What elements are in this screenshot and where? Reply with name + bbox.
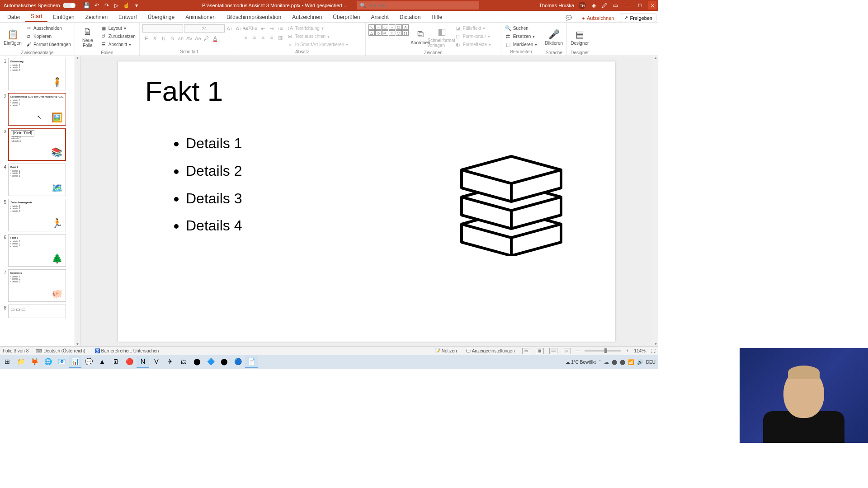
powerpoint-icon[interactable]: 📊 <box>69 356 81 368</box>
tab-bildschirmpraesentation[interactable]: Bildschirmpräsentation <box>221 12 287 22</box>
thumbnail-item[interactable]: 5Zwischenergenis• details 1• details 2• … <box>1 199 74 231</box>
thumbnail-item[interactable]: 8▭ ▭ ▭ <box>1 305 74 318</box>
app-icon-2[interactable]: 🗓 <box>109 356 122 368</box>
share-button[interactable]: ↗ Freigeben <box>620 14 656 22</box>
network-icon[interactable]: 📶 <box>628 359 634 365</box>
font-color-button[interactable]: A <box>211 34 219 42</box>
increase-indent-button[interactable]: ⇥ <box>268 24 276 33</box>
scroll-up-icon[interactable]: ▲ <box>654 56 658 60</box>
thumbnail-slide[interactable]: Fakt 3• details 1• details 2• details 3🌲 <box>8 234 66 267</box>
effects-button[interactable]: ◐Formeffekte ▾ <box>454 41 492 48</box>
slideshow-view-button[interactable]: ▷ <box>563 348 571 354</box>
input-language[interactable]: DEU <box>646 360 656 365</box>
justify-button[interactable]: ≡ <box>268 33 276 42</box>
app-icon-8[interactable]: 📄 <box>245 356 258 368</box>
thumbnail-item[interactable]: 7Ergebnis• details 1• details 2• details… <box>1 269 74 302</box>
display-settings-button[interactable]: 🖵 Anzeigeeinstellungen <box>464 348 517 353</box>
reset-button[interactable]: ↺Zurücksetzen <box>99 33 137 40</box>
maximize-button[interactable]: ☐ <box>636 1 644 9</box>
vlc-icon[interactable]: ▲ <box>96 356 108 368</box>
books-icon[interactable] <box>453 152 570 256</box>
align-left-button[interactable]: ≡ <box>242 33 250 42</box>
tray-icon-1[interactable]: ⬤ <box>612 359 617 365</box>
user-name[interactable]: Thomas Hruska <box>539 3 574 8</box>
shape-rect[interactable]: ▭ <box>382 24 388 30</box>
thumbnail-item[interactable]: 4Fakt 2• details 1• details 2• details 3… <box>1 164 74 196</box>
decrease-indent-button[interactable]: ⇤ <box>259 24 267 33</box>
reading-view-button[interactable]: 📖 <box>549 348 557 354</box>
obs-icon[interactable]: ⬤ <box>191 356 203 368</box>
thumbnail-slide[interactable]: Fakt 1• details 1• details 2• details 3📚… <box>8 128 66 161</box>
spacing-button[interactable]: AV <box>185 34 193 42</box>
dictate-button[interactable]: 🎤Diktieren <box>544 24 564 50</box>
smartart-button[interactable]: ⬨In SmartArt konvertieren ▾ <box>286 41 349 48</box>
notes-button[interactable]: 📝 Notizen <box>433 348 459 353</box>
outline-button[interactable]: ◻Formkontur ▾ <box>454 33 492 40</box>
ribbon-display-icon[interactable]: ▭ <box>612 2 618 9</box>
shapes-gallery[interactable]: ＼ → ▭ ○ ▢ A △ ◇ ⇨ ☆ ⬡ { } <box>368 24 409 36</box>
shape-textbox[interactable]: A <box>402 24 409 30</box>
zoom-in-button[interactable]: + <box>626 348 629 353</box>
shape-arrow[interactable]: → <box>375 24 382 30</box>
tab-ueberpruefen[interactable]: Überprüfen <box>327 12 365 22</box>
tab-entwurf[interactable]: Entwurf <box>113 12 142 22</box>
shadow-button[interactable]: ab <box>177 34 185 42</box>
redo-icon[interactable]: ↷ <box>104 2 110 9</box>
fit-to-window-button[interactable]: ⛶ <box>651 348 656 353</box>
app-icon-5[interactable]: 🔷 <box>204 356 217 368</box>
firefox-icon[interactable]: 🦊 <box>28 356 41 368</box>
weather-widget[interactable]: ☁ 1°C Bewölkt <box>566 360 596 365</box>
scroll-up-icon[interactable]: ▲ <box>76 56 80 60</box>
thumbnail-item[interactable]: 6Fakt 3• details 1• details 2• details 3… <box>1 234 74 267</box>
thumbnail-slide[interactable]: Erkenntnisse aus der Untersuchung ABC• d… <box>8 93 66 126</box>
italic-button[interactable]: K <box>151 34 159 42</box>
tab-hilfe[interactable]: Hilfe <box>426 12 448 22</box>
scroll-down-icon[interactable]: ▼ <box>654 342 658 346</box>
tab-ansicht[interactable]: Ansicht <box>365 12 394 22</box>
zoom-slider[interactable] <box>585 350 621 352</box>
numbering-button[interactable]: 1≡ <box>250 24 259 33</box>
replace-button[interactable]: ⇄Ersetzen ▾ <box>504 33 538 40</box>
thumbnail-slide[interactable]: Fakt 2• details 1• details 2• details 3🗺… <box>8 164 66 196</box>
editor-scrollbar[interactable]: ▲▼ <box>653 56 658 346</box>
align-right-button[interactable]: ≡ <box>259 33 267 42</box>
explorer-icon[interactable]: 📁 <box>14 356 27 368</box>
undo-icon[interactable]: ↶ <box>94 2 100 9</box>
normal-view-button[interactable]: ▭ <box>522 348 530 354</box>
app-icon-4[interactable]: 🗂 <box>177 356 190 368</box>
columns-button[interactable]: ▥ <box>276 33 284 42</box>
align-center-button[interactable]: ≡ <box>250 33 259 42</box>
onedrive-icon[interactable]: ☁ <box>604 359 609 365</box>
paste-button[interactable]: 📋Einfügen <box>3 24 23 50</box>
slide-title[interactable]: Fakt 1 <box>145 75 588 107</box>
font-name-input[interactable] <box>142 24 183 33</box>
align-text-button[interactable]: ⊟Text ausrichten ▾ <box>286 33 349 40</box>
bullets-button[interactable]: •≡ <box>242 24 250 33</box>
autosave-toggle[interactable]: Automatisches Speichern <box>0 3 79 8</box>
app-icon-6[interactable]: ⬤ <box>218 356 231 368</box>
layout-button[interactable]: ▦Layout ▾ <box>99 24 137 32</box>
start-button[interactable]: ⊞ <box>1 356 14 368</box>
thumbnail-slide[interactable]: ▭ ▭ ▭ <box>8 305 66 318</box>
tray-chevron-icon[interactable]: ˄ <box>599 359 601 365</box>
line-spacing-button[interactable]: ↕≡ <box>276 24 284 33</box>
shape-triangle[interactable]: △ <box>368 30 375 36</box>
format-painter-button[interactable]: 🖌Format übertragen <box>24 41 72 48</box>
shape-hex[interactable]: ⬡ <box>396 30 402 36</box>
thumbnail-slide[interactable]: Zwischenergenis• details 1• details 2• d… <box>8 199 66 231</box>
shape-brace[interactable]: { } <box>402 30 409 36</box>
quickstyles-button[interactable]: ◧Schnellformat- vorlagen <box>432 24 452 50</box>
save-icon[interactable]: 💾 <box>84 2 90 9</box>
comments-button[interactable]: 💬 <box>561 14 576 22</box>
thumbnail-item[interactable]: 3Fakt 1• details 1• details 2• details 3… <box>1 128 74 161</box>
user-avatar[interactable]: TH <box>579 2 586 9</box>
language-status[interactable]: ⌨ Deutsch (Österreich) <box>34 348 87 353</box>
slide-position[interactable]: Folie 3 von 8 <box>3 348 28 353</box>
shape-star[interactable]: ☆ <box>389 30 395 36</box>
tab-zeichnen[interactable]: Zeichnen <box>80 12 113 22</box>
case-button[interactable]: Aa <box>194 34 202 42</box>
underline-button[interactable]: U <box>160 34 168 42</box>
tab-start[interactable]: Start <box>25 11 47 22</box>
record-button[interactable]: ● Aufzeichnen <box>578 14 618 22</box>
close-button[interactable]: ✕ <box>648 1 656 9</box>
